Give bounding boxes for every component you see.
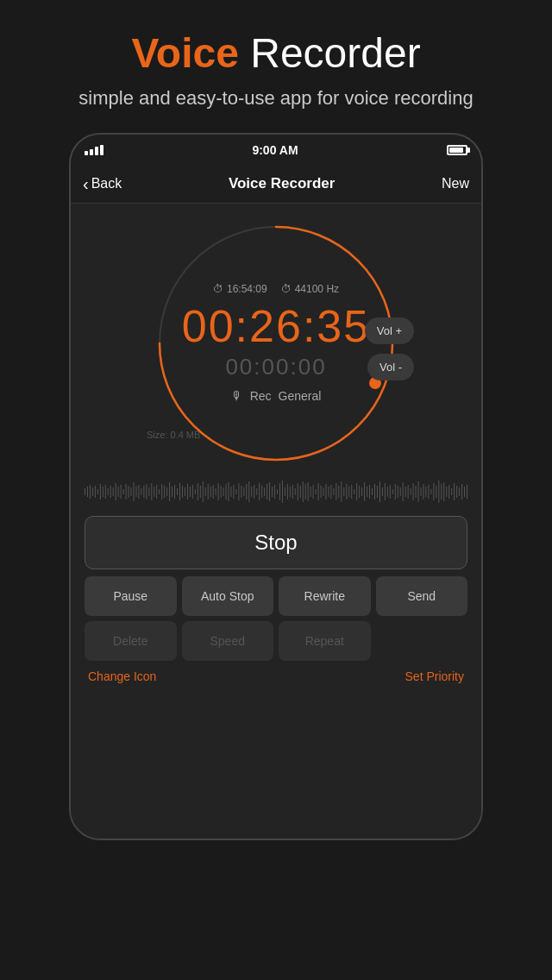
svg-rect-22 — [133, 482, 134, 501]
svg-rect-119 — [382, 487, 383, 496]
rewrite-button[interactable]: Rewrite — [279, 576, 371, 616]
sample-rate-meta: ⏱ 44100 Hz — [281, 283, 339, 295]
speed-button[interactable]: Speed — [182, 621, 274, 661]
svg-rect-5 — [90, 485, 91, 499]
change-icon-link[interactable]: Change Icon — [88, 669, 156, 683]
svg-rect-24 — [138, 485, 139, 499]
promo-title: Voice Recorder — [34, 31, 518, 77]
auto-stop-button[interactable]: Auto Stop — [182, 576, 274, 616]
svg-rect-106 — [348, 487, 349, 497]
svg-rect-103 — [341, 481, 342, 502]
svg-rect-66 — [246, 484, 247, 499]
svg-rect-57 — [223, 487, 224, 496]
svg-rect-114 — [369, 485, 370, 499]
svg-rect-102 — [338, 486, 339, 498]
svg-rect-59 — [229, 482, 229, 501]
svg-rect-116 — [374, 484, 375, 499]
svg-rect-113 — [367, 487, 367, 497]
new-button[interactable]: New — [442, 176, 469, 192]
repeat-button[interactable]: Repeat — [279, 621, 371, 661]
svg-rect-93 — [316, 489, 317, 494]
waveform-svg — [85, 476, 467, 507]
svg-rect-32 — [159, 489, 160, 494]
svg-rect-108 — [354, 489, 354, 494]
svg-rect-92 — [313, 485, 314, 499]
svg-rect-65 — [243, 487, 244, 496]
svg-rect-33 — [161, 484, 162, 499]
svg-rect-139 — [433, 483, 434, 500]
category-label: General — [279, 389, 322, 403]
back-label: Back — [91, 176, 122, 192]
pause-button[interactable]: Pause — [85, 576, 177, 616]
svg-rect-41 — [182, 486, 183, 498]
vol-minus-button[interactable]: Vol - — [367, 354, 414, 380]
svg-rect-133 — [418, 481, 419, 502]
svg-rect-72 — [261, 486, 262, 498]
svg-rect-34 — [164, 486, 165, 498]
svg-rect-121 — [387, 487, 388, 497]
duration-meta: ⏱ 16:54:09 — [213, 283, 267, 295]
svg-rect-30 — [154, 487, 154, 497]
promo-title-orange: Voice — [131, 30, 239, 76]
svg-rect-132 — [416, 486, 417, 498]
svg-rect-86 — [298, 483, 298, 500]
svg-rect-95 — [321, 486, 322, 498]
svg-rect-141 — [438, 481, 439, 503]
svg-rect-19 — [126, 484, 127, 499]
svg-rect-23 — [135, 487, 136, 497]
svg-rect-94 — [318, 483, 319, 500]
vol-plus-button[interactable]: Vol + — [365, 317, 414, 344]
timer-circle-container: ⏱ 16:54:09 ⏱ 44100 Hz 00:26:35 00:00:00 … — [147, 214, 405, 473]
timer-main: 00:26:35 — [182, 304, 370, 349]
svg-rect-37 — [172, 487, 172, 497]
send-button[interactable]: Send — [376, 576, 468, 616]
svg-rect-144 — [446, 487, 447, 497]
back-button[interactable]: ‹ Back — [83, 175, 122, 192]
svg-rect-52 — [210, 487, 211, 497]
svg-rect-145 — [448, 485, 449, 499]
svg-rect-137 — [428, 485, 429, 499]
svg-rect-89 — [305, 484, 306, 499]
action-buttons-row1: Pause Auto Stop Rewrite Send — [85, 576, 467, 616]
bottom-links: Change Icon Set Priority — [85, 669, 467, 683]
svg-rect-12 — [108, 488, 109, 495]
svg-rect-112 — [364, 482, 365, 501]
svg-rect-53 — [213, 485, 214, 499]
svg-rect-125 — [398, 486, 398, 498]
timer-meta: ⏱ 16:54:09 ⏱ 44100 Hz — [213, 283, 339, 295]
svg-rect-82 — [287, 484, 288, 499]
svg-rect-6 — [92, 487, 93, 496]
svg-rect-77 — [274, 485, 275, 499]
set-priority-link[interactable]: Set Priority — [405, 669, 464, 683]
svg-rect-17 — [121, 485, 122, 499]
svg-rect-63 — [238, 483, 239, 500]
stop-button[interactable]: Stop — [85, 516, 467, 569]
svg-rect-28 — [148, 487, 149, 496]
svg-rect-117 — [377, 486, 378, 498]
svg-rect-136 — [425, 487, 426, 497]
svg-rect-105 — [346, 484, 347, 499]
svg-rect-3 — [85, 488, 85, 495]
status-time: 9:00 AM — [252, 143, 298, 157]
signal-bar-2 — [90, 149, 93, 155]
svg-rect-70 — [256, 488, 257, 495]
svg-rect-149 — [459, 487, 460, 496]
delete-button[interactable]: Delete — [85, 621, 177, 661]
svg-rect-84 — [292, 485, 293, 499]
promo-title-rest: Recorder — [239, 30, 421, 76]
svg-rect-150 — [461, 484, 462, 499]
svg-rect-134 — [420, 487, 421, 496]
svg-rect-131 — [413, 483, 414, 500]
svg-rect-14 — [113, 487, 114, 496]
svg-rect-85 — [295, 488, 296, 495]
svg-rect-123 — [392, 489, 393, 494]
svg-rect-104 — [343, 487, 344, 496]
svg-rect-76 — [272, 487, 273, 497]
svg-rect-40 — [179, 483, 180, 500]
action-buttons-row2: Delete Speed Repeat — [85, 621, 467, 661]
svg-rect-152 — [467, 485, 467, 499]
svg-rect-99 — [330, 485, 331, 499]
svg-rect-146 — [451, 488, 452, 495]
battery-icon — [447, 145, 467, 155]
status-bar: 9:00 AM — [71, 135, 481, 166]
